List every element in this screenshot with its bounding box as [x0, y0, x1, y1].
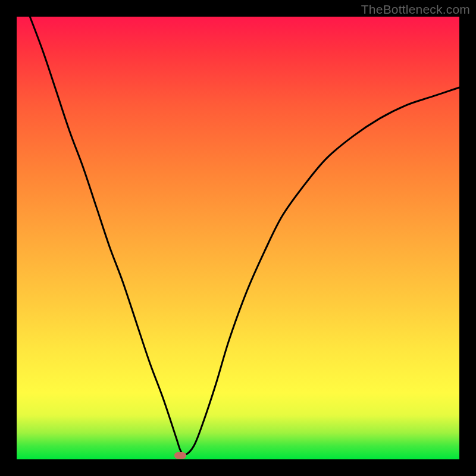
bottleneck-curve — [17, 17, 459, 459]
plot-area — [17, 17, 459, 459]
minimum-marker — [174, 452, 186, 459]
watermark-text: TheBottleneck.com — [361, 2, 470, 17]
chart-canvas: TheBottleneck.com — [0, 0, 476, 476]
